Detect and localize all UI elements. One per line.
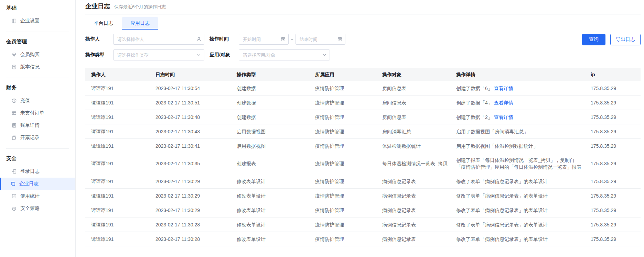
cell-log-time: 2023-02-17 11:30:48: [155, 114, 237, 121]
cell-app: 疫情防护管理: [315, 99, 382, 106]
time-label: 操作时间: [210, 36, 239, 42]
query-button[interactable]: 查询: [582, 34, 605, 45]
cell-log-time: 2023-02-17 11:30:29: [155, 178, 237, 185]
cell-target: 病例信息记录表: [382, 192, 456, 199]
export-logs-button[interactable]: 导出日志: [610, 34, 641, 45]
type-label: 操作类型: [85, 52, 113, 58]
cell-app: 疫情防护管理: [315, 160, 382, 167]
table-row: 谭谭谭1912023-02-17 11:30:29修改表单设计疫情防护管理病例信…: [85, 203, 641, 217]
col-ip: ip: [591, 71, 641, 78]
cell-operation-type: 启用数据视图: [237, 128, 315, 135]
main-content: 企业日志 保存最近6个月的操作日志 平台日志 应用日志 操作人 操作时间: [76, 0, 644, 257]
sidebar-item-recharge[interactable]: 充值: [0, 94, 75, 107]
app-object-select-input[interactable]: [239, 49, 330, 60]
cell-target: 每日体温检测情况一览表_拷贝: [382, 160, 456, 167]
cell-app: 疫情防护管理: [315, 192, 382, 199]
cell-detail: 创建了数据「6」 查看详情: [456, 81, 591, 95]
version-info-icon: [11, 64, 17, 70]
page-header: 企业日志 保存最近6个月的操作日志: [85, 2, 641, 14]
tab-app-logs[interactable]: 应用日志: [122, 17, 158, 30]
cell-detail: 启用了数据视图「房间消毒汇总」: [456, 125, 591, 138]
log-tabs: 平台日志 应用日志: [85, 14, 641, 30]
sidebar-item-unpaid-orders[interactable]: 未支付订单: [0, 107, 75, 119]
table-row: 谭谭谭1912023-02-17 11:30:29修改表单设计疫情防护管理病例信…: [85, 174, 641, 189]
enterprise-logs-icon: [10, 181, 16, 187]
tab-platform-logs[interactable]: 平台日志: [85, 17, 122, 30]
sidebar-item-usage-stats[interactable]: 使用统计: [0, 190, 75, 202]
cell-target: 病例信息记录表: [382, 221, 456, 228]
operator-input[interactable]: [113, 34, 204, 45]
log-table: 操作人 日志时间 操作类型 所属应用 操作对象 操作详情 ip 谭谭谭19120…: [85, 68, 641, 246]
type-select-input[interactable]: [113, 49, 204, 60]
cell-log-time: 2023-02-17 11:30:28: [155, 236, 237, 243]
cell-operator: 谭谭谭191: [85, 128, 155, 135]
sidebar: 基础企业设置会员管理会员购买版本信息财务充值未支付订单账单详情开票记录安全登录日…: [0, 0, 76, 257]
cell-target: 房间信息表: [382, 85, 456, 92]
view-detail-link[interactable]: 查看详情: [494, 86, 513, 91]
cell-operation-type: 修改表单设计: [237, 207, 315, 214]
cell-operation-type: 修改表单设计: [237, 178, 315, 185]
operator-field-box: [113, 34, 204, 45]
cell-ip: 175.8.35.29: [591, 114, 641, 121]
cell-operator: 谭谭谭191: [85, 192, 155, 199]
sidebar-item-label: 版本信息: [20, 64, 40, 70]
view-detail-link[interactable]: 查看详情: [494, 100, 513, 105]
sidebar-item-login-logs[interactable]: 登录日志: [0, 165, 75, 178]
cell-app: 疫情防护管理: [315, 221, 382, 228]
cell-app: 疫情防护管理: [315, 85, 382, 92]
col-operation-type: 操作类型: [237, 71, 315, 78]
cell-app: 疫情防护管理: [315, 128, 382, 135]
cell-operation-type: 创建数据: [237, 85, 315, 92]
cell-ip: 175.8.35.29: [591, 99, 641, 106]
cell-detail: 创建了数据「2」 查看详情: [456, 110, 591, 124]
app-window: 基础企业设置会员管理会员购买版本信息财务充值未支付订单账单详情开票记录安全登录日…: [0, 0, 644, 257]
sidebar-item-bill-details[interactable]: 账单详情: [0, 119, 75, 132]
end-time-input[interactable]: [296, 34, 345, 45]
app-object-select: [239, 49, 330, 60]
cell-app: 疫情防护管理: [315, 143, 382, 149]
cell-target: 体温检测数据统计: [382, 143, 456, 149]
cell-detail: 创建了报表「每日体温检测情况一览表_拷贝」，复制自「疫情防护管理」应用的「每日体…: [456, 153, 591, 174]
unpaid-orders-icon: [11, 110, 17, 116]
cell-ip: 175.8.35.29: [591, 192, 641, 199]
cell-ip: 175.8.35.29: [591, 236, 641, 243]
sidebar-item-enterprise-settings[interactable]: 企业设置: [0, 15, 75, 27]
cell-ip: 175.8.35.29: [591, 207, 641, 214]
cell-operation-type: 创建报表: [237, 160, 315, 167]
sidebar-item-enterprise-logs[interactable]: 企业日志: [0, 178, 75, 190]
sidebar-item-member-purchase[interactable]: 会员购买: [0, 48, 75, 61]
sidebar-divider: [6, 148, 69, 149]
cell-detail: 修改了表单「病例信息记录表」的表单设计: [456, 203, 591, 217]
sidebar-item-invoice-records[interactable]: 开票记录: [0, 132, 75, 144]
sidebar-item-label: 会员购买: [20, 52, 40, 58]
cell-detail: 修改了表单「病例信息记录表」的表单设计: [456, 232, 591, 246]
cell-operator: 谭谭谭191: [85, 236, 155, 243]
cell-operation-type: 修改表单设计: [237, 221, 315, 228]
cell-ip: 175.8.35.29: [591, 178, 641, 185]
table-row: 谭谭谭1912023-02-17 11:30:35创建报表疫情防护管理每日体温检…: [85, 153, 641, 174]
cell-operator: 谭谭谭191: [85, 99, 155, 106]
invoice-records-icon: [11, 135, 17, 141]
cell-operation-type: 创建数据: [237, 99, 315, 106]
col-operator: 操作人: [85, 71, 155, 78]
sidebar-item-label: 开票记录: [20, 135, 40, 141]
cell-operator: 谭谭谭191: [85, 207, 155, 214]
start-time-input[interactable]: [239, 34, 289, 45]
cell-detail: 修改了表单「病例信息记录表」的表单设计: [456, 189, 591, 203]
table-row: 谭谭谭1912023-02-17 11:30:43启用数据视图疫情防护管理房间消…: [85, 124, 641, 139]
app-object-label: 应用/对象: [210, 52, 239, 58]
cell-operation-type: 启用数据视图: [237, 143, 315, 149]
cell-operator: 谭谭谭191: [85, 114, 155, 121]
cell-detail: 创建了数据「4」 查看详情: [456, 96, 591, 110]
table-row: 谭谭谭1912023-02-17 11:30:48创建数据疫情防护管理房间信息表…: [85, 110, 641, 124]
table-row: 谭谭谭1912023-02-17 11:30:41启用数据视图疫情防护管理体温检…: [85, 139, 641, 153]
sidebar-item-label: 使用统计: [20, 193, 40, 199]
sidebar-item-label: 企业日志: [19, 181, 39, 187]
cell-log-time: 2023-02-17 11:30:29: [155, 207, 237, 214]
view-detail-link[interactable]: 查看详情: [494, 114, 513, 120]
usage-stats-icon: [11, 193, 17, 199]
cell-operation-type: 创建数据: [237, 114, 315, 121]
sidebar-item-security-policy[interactable]: 安全策略: [0, 202, 75, 215]
sidebar-item-version-info[interactable]: 版本信息: [0, 61, 75, 73]
sidebar-item-label: 登录日志: [20, 168, 40, 175]
